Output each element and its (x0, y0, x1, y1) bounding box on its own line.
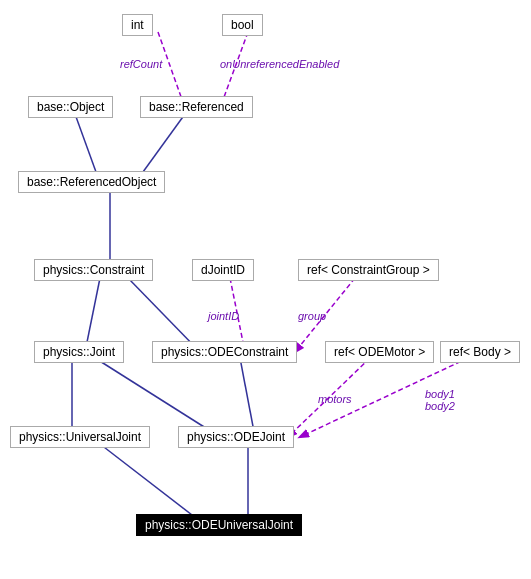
node-base-referencedObject: base::ReferencedObject (18, 171, 165, 193)
node-physics-universaljoint: physics::UniversalJoint (10, 426, 150, 448)
label-jointid: jointID (208, 310, 239, 322)
label-onunreferencedenabled: onUnreferencedEnabled (220, 58, 339, 70)
diagram-container: int bool base::Object base::Referenced b… (0, 0, 531, 579)
node-physics-odeuniversaljoint: physics::ODEUniversalJoint (136, 514, 302, 536)
label-motors: motors (318, 393, 352, 405)
node-ref-constraintgroup: ref< ConstraintGroup > (298, 259, 439, 281)
arrows-svg (0, 0, 531, 579)
node-base-object: base::Object (28, 96, 113, 118)
node-physics-constraint: physics::Constraint (34, 259, 153, 281)
label-refcount: refCount (120, 58, 162, 70)
node-int: int (122, 14, 153, 36)
node-ref-body: ref< Body > (440, 341, 520, 363)
node-base-referenced: base::Referenced (140, 96, 253, 118)
node-djointid: dJointID (192, 259, 254, 281)
node-physics-odeconstraint: physics::ODEConstraint (152, 341, 297, 363)
label-body1body2: body1 body2 (425, 388, 455, 412)
node-physics-odejoint: physics::ODEJoint (178, 426, 294, 448)
node-bool: bool (222, 14, 263, 36)
label-group: group (298, 310, 326, 322)
svg-line-14 (100, 444, 205, 525)
node-ref-odemotor: ref< ODEMotor > (325, 341, 434, 363)
node-physics-joint: physics::Joint (34, 341, 124, 363)
